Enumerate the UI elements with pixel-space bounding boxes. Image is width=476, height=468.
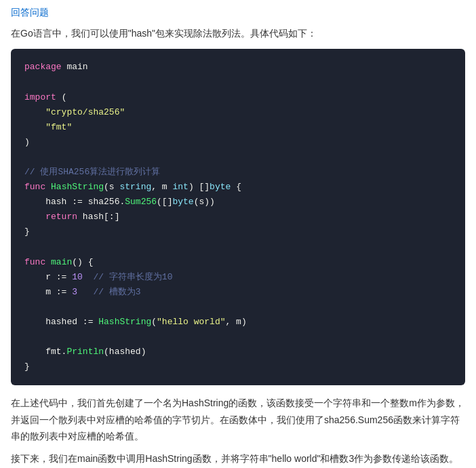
desc-text-2: 接下来，我们在main函数中调用HashString函数，并将字符串"hello… bbox=[11, 450, 465, 468]
desc-text-1: 在上述代码中，我们首先创建了一个名为HashString的函数，该函数接受一个字… bbox=[11, 395, 465, 445]
code-block: package main import ( "crypto/sha256" "f… bbox=[11, 49, 465, 385]
back-link[interactable]: 回答问题 bbox=[11, 7, 49, 19]
intro-text: 在Go语言中，我们可以使用"hash"包来实现除法散列法。具体代码如下： bbox=[11, 26, 465, 41]
